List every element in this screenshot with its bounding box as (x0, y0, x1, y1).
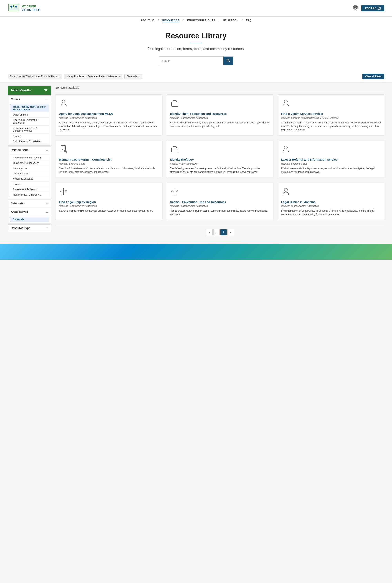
filter-tag-3: Statewide ✕ (124, 74, 142, 79)
nav-faq[interactable]: FAQ (246, 19, 252, 22)
filter-item[interactable]: Assault (10, 134, 48, 139)
filter-tag-2: Money Problems or Consumer Protection Is… (64, 74, 122, 79)
card-desc-2: Search for crime victim advocates and ot… (281, 121, 381, 132)
card-desc-5: Find attorneys and other legal resources… (281, 167, 381, 174)
clear-all-button[interactable]: Clear all filters (362, 74, 384, 79)
first-page-button[interactable]: « (206, 229, 212, 235)
card-title-4[interactable]: IdentityTheft.gov (170, 158, 270, 161)
svg-point-1 (10, 6, 12, 8)
footer-decoration (0, 244, 392, 260)
logo-text: MT CRIME VICTIM HELP (22, 5, 40, 12)
resource-card-8: Legal Clinics in Montana Montana Legal S… (278, 182, 384, 220)
next-page-button[interactable]: › (228, 229, 234, 235)
card-org-4: Federal Trade Commission (170, 162, 270, 165)
filter-item[interactable]: Access to Education (10, 176, 48, 182)
filter-item[interactable]: Child Abuse or Exploitation (10, 139, 48, 144)
card-icon-4 (170, 144, 270, 156)
resource-card-2: Find a Victim Service Provider Montana C… (278, 94, 384, 136)
card-desc-1: Explains what identity theft is; how to … (170, 121, 270, 128)
filter-item[interactable]: Property Issues (10, 166, 48, 171)
svg-rect-0 (8, 4, 19, 11)
page-title: Resource Library (4, 32, 388, 40)
resource-card-5: Lawyer Referral and Information Service … (278, 140, 384, 178)
card-title-3[interactable]: Montana Court Forms - Complete List (59, 158, 159, 161)
filter-item[interactable]: Help with the Legal System (10, 155, 48, 160)
card-title-6[interactable]: Find Legal Help by Region (59, 200, 159, 204)
resource-type-arrow: ▼ (46, 227, 48, 229)
card-title-1[interactable]: Identity Theft: Protection and Resources (170, 112, 270, 116)
filter-item[interactable]: Elder Abuse, Neglect, or Exploitation (10, 118, 48, 126)
card-title-5[interactable]: Lawyer Referral and Information Service (281, 158, 381, 161)
logo-area[interactable]: MT CRIME VICTIM HELP (8, 2, 40, 14)
crimes-list: Fraud, Identity Theft, or other Financia… (10, 104, 49, 144)
resource-card-3: Montana Court Forms - Complete List Mont… (56, 140, 162, 178)
main-nav: ABOUT US / RESOURCES / KNOW YOUR RIGHTS … (0, 17, 392, 24)
site-header: MT CRIME VICTIM HELP ESCAPE (0, 0, 392, 17)
filter-icon (44, 88, 48, 92)
remove-filter-2[interactable]: ✕ (118, 75, 120, 78)
remove-filter-1[interactable]: ✕ (58, 75, 60, 78)
card-org-8: Montana Legal Services Association (281, 205, 381, 208)
card-title-2[interactable]: Find a Victim Service Provider (281, 112, 381, 116)
search-button[interactable] (223, 56, 233, 65)
svg-line-11 (228, 61, 230, 62)
svg-rect-19 (61, 146, 66, 152)
areas-served-list: Statewide (10, 217, 49, 222)
card-desc-3: Search a full database of Montana self-h… (59, 167, 159, 174)
card-title-7[interactable]: Scams - Prevention Tips and Resources (170, 200, 270, 204)
card-icon-0 (59, 98, 159, 110)
resource-type-header[interactable]: Resource Type ▼ (8, 224, 51, 232)
areas-served-header[interactable]: Areas served ▲ (8, 208, 51, 216)
crimes-header[interactable]: Crimes ▲ (8, 96, 51, 103)
card-org-6: Montana Legal Services Association (59, 205, 159, 208)
resource-card-7: Scams - Prevention Tips and Resources Mo… (167, 182, 273, 220)
areas-served-arrow: ▲ (46, 211, 48, 213)
card-icon-5 (281, 144, 381, 156)
title-underline (190, 42, 202, 43)
filter-item[interactable]: Fraud, Identity Theft, or other Financia… (10, 104, 48, 112)
related-issue-section: Related Issue ▲ Help with the Legal Syst… (8, 146, 51, 199)
card-icon-3 (59, 144, 159, 156)
categories-header[interactable]: Categories ▼ (8, 200, 51, 207)
resource-card-1: Identity Theft: Protection and Resources… (167, 94, 273, 136)
hero-section: Resource Library Find legal information,… (0, 24, 392, 71)
related-issue-header[interactable]: Related Issue ▲ (8, 146, 51, 154)
resource-card-0: Apply for Legal Assistance from MLSA Mon… (56, 94, 162, 136)
escape-button[interactable]: ESCAPE (362, 5, 384, 11)
card-desc-6: Search a map to find Montana Legal Servi… (59, 209, 159, 212)
prev-page-button[interactable]: ‹ (213, 229, 220, 235)
nav-about[interactable]: ABOUT US (140, 19, 154, 22)
card-desc-7: Tips to protect yourself against scams, … (170, 209, 270, 216)
crimes-arrow: ▲ (46, 98, 48, 100)
translate-icon[interactable] (353, 5, 358, 12)
filter-item[interactable]: Public Benefits (10, 171, 48, 176)
filter-item[interactable]: Other Crime(s) (10, 112, 48, 118)
card-org-2: Montana Coalition Against Domestic & Sex… (281, 116, 381, 119)
card-org-3: Montana Supreme Court (59, 162, 159, 165)
filter-item[interactable]: Family Issues (Children / ... (10, 192, 48, 197)
filter-item[interactable]: Statewide (10, 217, 48, 222)
resource-grid: Apply for Legal Assistance from MLSA Mon… (56, 94, 384, 220)
search-input[interactable] (159, 57, 223, 64)
svg-line-24 (66, 152, 67, 153)
card-desc-0: Apply for help from an attorney online, … (59, 121, 159, 132)
card-title-8[interactable]: Legal Clinics in Montana (281, 200, 381, 204)
resource-card-6: Find Legal Help by Region Montana Legal … (56, 182, 162, 220)
filter-item[interactable]: I have other Legal Needs (10, 160, 48, 166)
svg-point-10 (227, 59, 229, 61)
resource-type-section: Resource Type ▼ (8, 224, 51, 232)
current-page-button[interactable]: 1 (220, 229, 227, 235)
card-org-5: Montana Supreme Court (281, 162, 381, 165)
svg-point-34 (284, 188, 288, 192)
nav-resources[interactable]: RESOURCES (162, 19, 180, 22)
card-desc-4: The federal government's one-stop resour… (170, 167, 270, 174)
filter-item[interactable]: Employment Problems (10, 187, 48, 192)
card-title-0[interactable]: Apply for Legal Assistance from MLSA (59, 112, 159, 116)
card-icon-7 (170, 187, 270, 198)
nav-help-tool[interactable]: HELP TOOL (223, 19, 238, 22)
filter-item[interactable]: Relationship Violence / Domestic Violenc… (10, 126, 48, 134)
nav-rights[interactable]: KNOW YOUR RIGHTS (187, 19, 215, 22)
remove-filter-3[interactable]: ✕ (138, 75, 140, 78)
hero-subtitle: Find legal information, forms, tools, an… (4, 47, 388, 51)
filter-item[interactable]: Divorce (10, 182, 48, 187)
